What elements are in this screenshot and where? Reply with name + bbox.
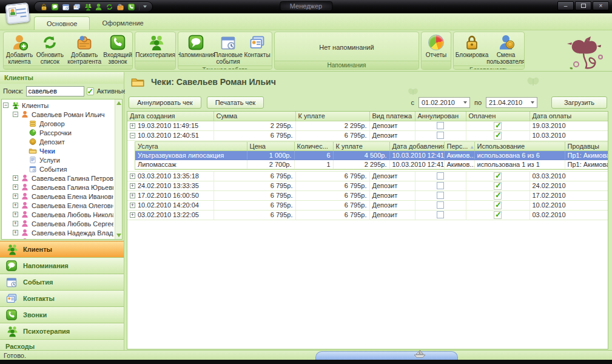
tree-item-other-client[interactable]: + Савельева Галина Петровна [3, 174, 113, 183]
lock-button[interactable]: Блокировка [455, 33, 489, 59]
subtable-row[interactable]: Липомассаж 2 700р. 1 2 295р. 10.03.2010 … [135, 160, 608, 169]
expand-icon[interactable]: + [13, 221, 18, 226]
tree-item-depozit[interactable]: Депозит [3, 137, 113, 146]
col-header[interactable]: Цена [247, 142, 294, 151]
tree-item-dogovor[interactable]: Договор [3, 119, 113, 128]
annulled-checkbox[interactable] [437, 122, 444, 129]
table-row[interactable]: +03.02.2010 13:22:05 6 795р. 6 795р. Деп… [127, 210, 608, 220]
sidebar-item-events[interactable]: События [0, 274, 124, 290]
date-from-picker[interactable]: 01.02.2010 [419, 97, 470, 108]
col-header[interactable]: Аннулирован [415, 112, 466, 121]
contacts-cards-icon[interactable] [73, 3, 81, 11]
col-header[interactable]: Оплачен [466, 112, 530, 121]
col-header-sorted[interactable]: Перс...▲ [444, 142, 474, 151]
date-to-picker[interactable]: 21.04.2010 [486, 97, 537, 108]
refresh-icon[interactable] [106, 3, 113, 11]
lock-icon[interactable] [40, 3, 48, 11]
expand-icon[interactable]: + [130, 193, 135, 198]
tree-item-sobytiya[interactable]: События [3, 164, 113, 174]
table-row[interactable]: +19.03.2010 11:49:15 2 295р. 2 295р. Деп… [127, 121, 608, 130]
annulled-checkbox[interactable] [437, 182, 444, 189]
annulled-checkbox[interactable] [437, 192, 444, 199]
tree-root-clients[interactable]: − Клиенты [3, 101, 113, 110]
sidebar-item-psychotherapy[interactable]: Психотерапия [0, 323, 124, 339]
collapse-icon[interactable]: − [3, 103, 8, 108]
chevron-down-icon[interactable] [463, 101, 467, 104]
sidebar-item-clients[interactable]: Клиенты [0, 241, 124, 257]
subtable-selected-row[interactable]: Ультразвуковая липосакция 1 000р. 6 4 50… [135, 150, 608, 160]
add-client-button[interactable]: Добавить клиента [4, 33, 35, 66]
tree-item-other-client[interactable]: + Савельева Елена Олеговна [3, 201, 113, 210]
collapse-icon[interactable]: − [130, 133, 135, 138]
expand-icon[interactable]: + [13, 230, 18, 235]
chevron-down-icon[interactable] [531, 101, 534, 104]
tree-item-cheki[interactable]: Чеки [3, 146, 113, 155]
collapse-icon[interactable]: − [13, 112, 18, 117]
expand-icon[interactable]: + [13, 239, 18, 240]
expand-icon[interactable]: + [13, 184, 18, 190]
psychotherapy-button[interactable]: Психотерапия [135, 33, 176, 59]
qat-overflow-chevron-icon[interactable] [143, 5, 147, 8]
tab-oformlenie[interactable]: Оформление [90, 16, 155, 30]
reminder-chat-icon[interactable] [51, 3, 59, 11]
annulled-checkbox[interactable] [437, 201, 444, 209]
col-header[interactable]: Использование [474, 142, 565, 151]
annulled-checkbox[interactable] [437, 132, 444, 139]
annulled-checkbox[interactable] [437, 211, 444, 218]
sidebar-item-calls[interactable]: Звонки [0, 306, 124, 323]
planned-events-button[interactable]: Плановые события [213, 33, 243, 66]
active-checkbox[interactable]: ✓ [87, 87, 95, 95]
client-person-icon[interactable] [95, 3, 103, 11]
annul-receipt-button[interactable]: Аннулировать чек [129, 96, 201, 109]
scroll-up-icon[interactable] [116, 101, 121, 105]
table-row[interactable]: +24.02.2010 13:33:35 6 795р. 6 795р. Деп… [127, 181, 608, 190]
col-header[interactable]: Дата оплаты [530, 112, 608, 121]
tree-scrollbar[interactable] [115, 99, 122, 239]
col-header[interactable]: Продавцы [565, 142, 608, 151]
expand-icon[interactable]: + [130, 203, 135, 208]
sidebar-item-reminders[interactable]: Напоминания [0, 257, 124, 274]
incoming-call-button[interactable]: Входящий звонок [104, 33, 132, 66]
expand-icon[interactable]: + [13, 212, 18, 217]
table-row[interactable]: +03.03.2010 13:35:18 6 795р. 6 795р. Деп… [127, 171, 608, 181]
col-header[interactable]: К уплате [295, 112, 369, 121]
expand-icon[interactable]: + [13, 194, 18, 199]
tree-item-other-client[interactable]: + Савельева Любовь Сергеевна [3, 219, 113, 228]
tree-item-other-client[interactable]: + Савельева Любовь Николаевна [3, 210, 113, 219]
col-header[interactable]: К уплате [333, 142, 389, 151]
expand-icon[interactable]: + [130, 183, 135, 189]
close-button[interactable]: × [593, 1, 609, 10]
change-user-button[interactable]: Смена пользователя [489, 33, 523, 66]
table-row[interactable]: +17.02.2010 16:00:50 6 795р. 6 795р. Деп… [127, 190, 608, 200]
annulled-checkbox[interactable] [437, 172, 444, 180]
contacts-button[interactable]: Контакты [243, 33, 271, 59]
tree-item-partial-row[interactable]: + [3, 237, 113, 240]
tree-item-other-client[interactable]: + Савельева Елена Ивановна [3, 192, 113, 201]
add-contractor-button[interactable]: Добавить контрагента [65, 33, 104, 66]
col-header[interactable]: Количес... [294, 142, 333, 151]
tree-item-other-client[interactable]: + Савельева Надежда Владимиро... [3, 228, 113, 237]
table-row[interactable]: −10.03.2010 12:40:51 6 795р. 6 795р. Деп… [127, 130, 608, 140]
app-menu-button[interactable] [4, 1, 32, 29]
print-receipt-button[interactable]: Печатать чек [207, 96, 264, 109]
tree-item-client[interactable]: − Савельев Роман Ильич [3, 110, 113, 119]
psychotherapy-group-icon[interactable] [84, 3, 92, 11]
reports-button[interactable]: Отчеты [424, 33, 449, 59]
maximize-button[interactable] [575, 1, 591, 10]
load-button[interactable]: Загрузить [551, 96, 607, 109]
expand-icon[interactable]: + [13, 203, 18, 208]
col-header[interactable]: Дата создания [127, 112, 214, 121]
col-header[interactable]: Услуга [135, 142, 247, 151]
tree-item-other-client[interactable]: + Савельева Галина Юрьевна [3, 183, 113, 192]
search-input[interactable] [26, 86, 84, 96]
expand-icon[interactable]: + [130, 212, 135, 218]
tree-item-uslugi[interactable]: Услуги [3, 155, 113, 164]
col-header[interactable]: Дата добавления [389, 142, 444, 151]
contractor-puzzle-icon[interactable] [116, 3, 124, 11]
phone-icon[interactable] [127, 3, 135, 11]
tree-item-rassrochki[interactable]: Рассрочки [3, 128, 113, 137]
minimize-button[interactable]: – [557, 1, 574, 10]
tab-osnovnoe[interactable]: Основное [34, 16, 90, 30]
scroll-down-icon[interactable] [116, 234, 121, 237]
refresh-list-button[interactable]: Обновить список [35, 33, 65, 66]
